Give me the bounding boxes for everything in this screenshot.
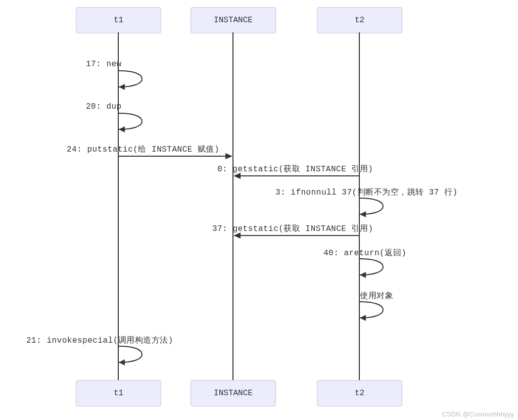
arrow <box>241 175 359 176</box>
self-loop-icon <box>360 258 385 276</box>
self-loop-icon <box>119 112 144 130</box>
lifeline-instance <box>232 32 233 380</box>
msg-24-putstatic: 24: putstatic(给 INSTANCE 赋值) <box>67 144 219 155</box>
participant-t2-bottom: t2 <box>317 380 402 406</box>
msg-17-new: 17: new <box>86 60 122 69</box>
msg-20-dup: 20: dup <box>86 102 122 111</box>
participant-label: INSTANCE <box>214 389 253 398</box>
self-loop-icon <box>119 70 144 88</box>
arrow <box>119 156 226 157</box>
participant-instance-top: INSTANCE <box>191 7 276 33</box>
msg-21-invokespecial: 21: invokespecial(调用构造方法) <box>26 335 173 346</box>
msg-40-areturn: 40: areturn(返回) <box>323 248 406 258</box>
sequence-diagram: t1 INSTANCE t2 17: new 20: dup 24: putst… <box>0 0 518 420</box>
self-loop-icon <box>360 197 385 215</box>
participant-t1-bottom: t1 <box>76 380 161 406</box>
arrow <box>241 235 359 236</box>
watermark: CSDN @Cosmoshhhyyy <box>442 410 514 418</box>
participant-label: INSTANCE <box>214 16 253 25</box>
participant-t1-top: t1 <box>76 7 161 33</box>
arrow-head-icon <box>233 173 241 179</box>
arrow-head-icon <box>233 232 241 239</box>
arrow-head-icon <box>225 153 232 159</box>
msg-use-object: 使用对象 <box>360 291 393 301</box>
self-loop-icon <box>119 345 144 363</box>
participant-label: t2 <box>355 16 364 25</box>
participant-label: t2 <box>355 389 364 398</box>
participant-t2-top: t2 <box>317 7 402 33</box>
msg-3-ifnonnull: 3: ifnonnull 37(判断不为空，跳转 37 行) <box>275 187 458 198</box>
participant-label: t1 <box>114 389 123 398</box>
participant-instance-bottom: INSTANCE <box>191 380 276 406</box>
msg-0-getstatic: 0: getstatic(获取 INSTANCE 引用) <box>217 164 373 174</box>
self-loop-icon <box>360 301 385 319</box>
participant-label: t1 <box>114 16 123 25</box>
